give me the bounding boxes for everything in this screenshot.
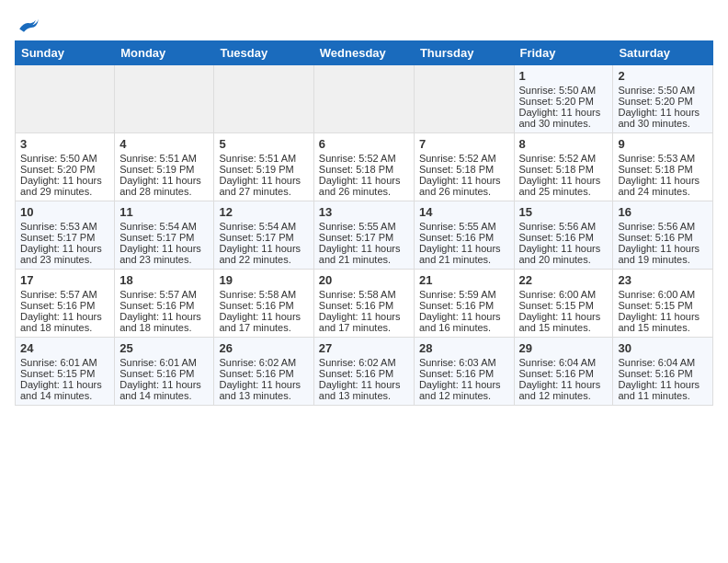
sunset-text: Sunset: 5:15 PM bbox=[519, 300, 609, 311]
calendar-cell: 4Sunrise: 5:51 AMSunset: 5:19 PMDaylight… bbox=[115, 133, 214, 201]
daylight-text: Daylight: 11 hours and 15 minutes. bbox=[519, 311, 609, 333]
calendar-cell: 30Sunrise: 6:04 AMSunset: 5:16 PMDayligh… bbox=[613, 338, 713, 406]
day-number: 28 bbox=[419, 341, 509, 355]
logo bbox=[15, 15, 39, 33]
calendar-cell: 3Sunrise: 5:50 AMSunset: 5:20 PMDaylight… bbox=[16, 133, 115, 201]
daylight-text: Daylight: 11 hours and 30 minutes. bbox=[618, 107, 708, 129]
calendar-cell: 29Sunrise: 6:04 AMSunset: 5:16 PMDayligh… bbox=[514, 338, 613, 406]
calendar-cell: 10Sunrise: 5:53 AMSunset: 5:17 PMDayligh… bbox=[16, 201, 115, 270]
calendar-week-row: 17Sunrise: 5:57 AMSunset: 5:16 PMDayligh… bbox=[16, 270, 713, 338]
daylight-text: Daylight: 11 hours and 26 minutes. bbox=[419, 175, 509, 197]
calendar-cell: 27Sunrise: 6:02 AMSunset: 5:16 PMDayligh… bbox=[313, 338, 414, 406]
calendar-cell: 1Sunrise: 5:50 AMSunset: 5:20 PMDaylight… bbox=[514, 65, 613, 133]
calendar-cell: 9Sunrise: 5:53 AMSunset: 5:18 PMDaylight… bbox=[613, 133, 713, 201]
calendar-cell: 7Sunrise: 5:52 AMSunset: 5:18 PMDaylight… bbox=[414, 133, 514, 201]
daylight-text: Daylight: 11 hours and 18 minutes. bbox=[20, 311, 109, 333]
sunrise-text: Sunrise: 5:57 AM bbox=[20, 289, 109, 300]
sunset-text: Sunset: 5:16 PM bbox=[519, 368, 609, 379]
sunset-text: Sunset: 5:16 PM bbox=[219, 300, 308, 311]
day-number: 13 bbox=[319, 205, 409, 219]
calendar-cell: 14Sunrise: 5:55 AMSunset: 5:16 PMDayligh… bbox=[414, 201, 514, 270]
daylight-text: Daylight: 11 hours and 28 minutes. bbox=[119, 175, 209, 197]
sunrise-text: Sunrise: 5:54 AM bbox=[219, 221, 308, 232]
daylight-text: Daylight: 11 hours and 25 minutes. bbox=[519, 175, 609, 197]
sunset-text: Sunset: 5:18 PM bbox=[419, 164, 509, 175]
daylight-text: Daylight: 11 hours and 15 minutes. bbox=[618, 311, 708, 333]
calendar-cell: 22Sunrise: 6:00 AMSunset: 5:15 PMDayligh… bbox=[514, 270, 613, 338]
sunrise-text: Sunrise: 5:56 AM bbox=[519, 221, 609, 232]
day-number: 8 bbox=[519, 137, 609, 151]
calendar-cell: 2Sunrise: 5:50 AMSunset: 5:20 PMDaylight… bbox=[613, 65, 713, 133]
calendar-cell bbox=[115, 65, 214, 133]
sunset-text: Sunset: 5:16 PM bbox=[618, 232, 708, 243]
sunset-text: Sunset: 5:16 PM bbox=[419, 368, 509, 379]
calendar-cell bbox=[214, 65, 313, 133]
calendar-cell: 15Sunrise: 5:56 AMSunset: 5:16 PMDayligh… bbox=[514, 201, 613, 270]
day-number: 7 bbox=[419, 137, 509, 151]
daylight-text: Daylight: 11 hours and 23 minutes. bbox=[20, 243, 109, 265]
calendar-cell: 28Sunrise: 6:03 AMSunset: 5:16 PMDayligh… bbox=[414, 338, 514, 406]
sunrise-text: Sunrise: 5:57 AM bbox=[119, 289, 209, 300]
column-header-tuesday: Tuesday bbox=[214, 41, 313, 65]
daylight-text: Daylight: 11 hours and 21 minutes. bbox=[419, 243, 509, 265]
calendar-cell: 25Sunrise: 6:01 AMSunset: 5:16 PMDayligh… bbox=[115, 338, 214, 406]
daylight-text: Daylight: 11 hours and 29 minutes. bbox=[20, 175, 109, 197]
sunrise-text: Sunrise: 5:51 AM bbox=[219, 153, 308, 164]
day-number: 24 bbox=[20, 341, 109, 355]
day-number: 19 bbox=[219, 273, 308, 287]
sunset-text: Sunset: 5:16 PM bbox=[319, 300, 409, 311]
sunset-text: Sunset: 5:17 PM bbox=[319, 232, 409, 243]
column-header-wednesday: Wednesday bbox=[313, 41, 414, 65]
sunset-text: Sunset: 5:16 PM bbox=[319, 368, 409, 379]
calendar-cell: 6Sunrise: 5:52 AMSunset: 5:18 PMDaylight… bbox=[313, 133, 414, 201]
sunrise-text: Sunrise: 6:01 AM bbox=[20, 357, 109, 368]
daylight-text: Daylight: 11 hours and 12 minutes. bbox=[419, 379, 509, 401]
sunrise-text: Sunrise: 5:51 AM bbox=[119, 153, 209, 164]
sunset-text: Sunset: 5:19 PM bbox=[119, 164, 209, 175]
calendar-week-row: 1Sunrise: 5:50 AMSunset: 5:20 PMDaylight… bbox=[16, 65, 713, 133]
column-header-saturday: Saturday bbox=[613, 41, 713, 65]
logo-bird-icon bbox=[17, 15, 39, 33]
column-header-monday: Monday bbox=[115, 41, 214, 65]
sunrise-text: Sunrise: 5:52 AM bbox=[319, 153, 409, 164]
calendar-cell: 8Sunrise: 5:52 AMSunset: 5:18 PMDaylight… bbox=[514, 133, 613, 201]
sunset-text: Sunset: 5:17 PM bbox=[20, 232, 109, 243]
sunrise-text: Sunrise: 5:55 AM bbox=[319, 221, 409, 232]
daylight-text: Daylight: 11 hours and 12 minutes. bbox=[519, 379, 609, 401]
sunrise-text: Sunrise: 5:50 AM bbox=[618, 85, 708, 96]
day-number: 20 bbox=[319, 273, 409, 287]
day-number: 25 bbox=[119, 341, 209, 355]
daylight-text: Daylight: 11 hours and 21 minutes. bbox=[319, 243, 409, 265]
sunrise-text: Sunrise: 5:54 AM bbox=[119, 221, 209, 232]
sunset-text: Sunset: 5:18 PM bbox=[319, 164, 409, 175]
day-number: 12 bbox=[219, 205, 308, 219]
calendar-cell: 24Sunrise: 6:01 AMSunset: 5:15 PMDayligh… bbox=[16, 338, 115, 406]
sunrise-text: Sunrise: 5:56 AM bbox=[618, 221, 708, 232]
calendar-cell bbox=[16, 65, 115, 133]
sunset-text: Sunset: 5:20 PM bbox=[618, 96, 708, 107]
daylight-text: Daylight: 11 hours and 30 minutes. bbox=[519, 107, 609, 129]
sunrise-text: Sunrise: 5:55 AM bbox=[419, 221, 509, 232]
calendar-cell: 18Sunrise: 5:57 AMSunset: 5:16 PMDayligh… bbox=[115, 270, 214, 338]
sunrise-text: Sunrise: 5:52 AM bbox=[419, 153, 509, 164]
calendar-cell: 21Sunrise: 5:59 AMSunset: 5:16 PMDayligh… bbox=[414, 270, 514, 338]
calendar-cell: 19Sunrise: 5:58 AMSunset: 5:16 PMDayligh… bbox=[214, 270, 313, 338]
day-number: 26 bbox=[219, 341, 308, 355]
sunset-text: Sunset: 5:16 PM bbox=[20, 300, 109, 311]
calendar-cell bbox=[414, 65, 514, 133]
sunrise-text: Sunrise: 6:04 AM bbox=[519, 357, 609, 368]
sunrise-text: Sunrise: 5:59 AM bbox=[419, 289, 509, 300]
day-number: 14 bbox=[419, 205, 509, 219]
sunrise-text: Sunrise: 5:58 AM bbox=[319, 289, 409, 300]
sunrise-text: Sunrise: 6:00 AM bbox=[519, 289, 609, 300]
sunset-text: Sunset: 5:16 PM bbox=[618, 368, 708, 379]
daylight-text: Daylight: 11 hours and 22 minutes. bbox=[219, 243, 308, 265]
calendar-cell: 12Sunrise: 5:54 AMSunset: 5:17 PMDayligh… bbox=[214, 201, 313, 270]
calendar-cell: 13Sunrise: 5:55 AMSunset: 5:17 PMDayligh… bbox=[313, 201, 414, 270]
sunrise-text: Sunrise: 5:50 AM bbox=[519, 85, 609, 96]
sunset-text: Sunset: 5:16 PM bbox=[419, 300, 509, 311]
sunset-text: Sunset: 5:16 PM bbox=[419, 232, 509, 243]
daylight-text: Daylight: 11 hours and 11 minutes. bbox=[618, 379, 708, 401]
calendar-cell bbox=[313, 65, 414, 133]
day-number: 18 bbox=[119, 273, 209, 287]
